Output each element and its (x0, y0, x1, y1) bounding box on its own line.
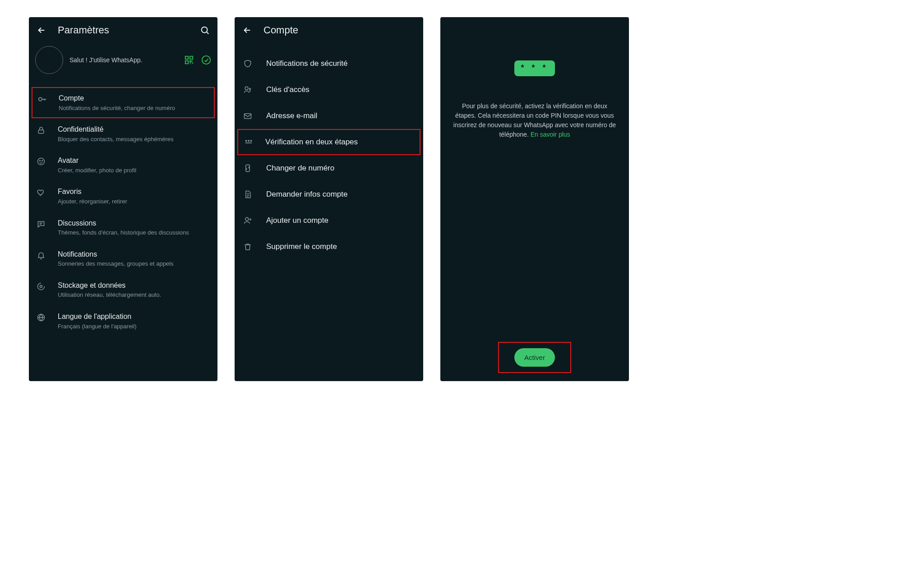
item-title: Demander infos compte (266, 190, 347, 199)
data-usage-icon (36, 281, 46, 291)
document-icon (243, 189, 253, 199)
pin-illustration: * * * (440, 17, 629, 76)
account-item-security-notifications[interactable]: Notifications de sécurité (235, 51, 423, 77)
settings-item-langue[interactable]: Langue de l'application Français (langue… (29, 305, 217, 336)
svg-point-5 (39, 97, 42, 101)
account-item-request-info[interactable]: Demander infos compte (235, 181, 423, 207)
trash-icon (243, 242, 253, 252)
avatar (35, 46, 63, 74)
item-title: Confidentialité (58, 124, 174, 134)
profile-row[interactable]: Salut ! J'utilise WhatsApp. (29, 42, 217, 84)
svg-point-20 (245, 217, 249, 221)
search-icon[interactable] (199, 25, 210, 36)
back-icon[interactable] (36, 25, 47, 36)
bottom-bar: Activer (440, 342, 629, 373)
back-icon[interactable] (242, 25, 253, 36)
svg-point-14 (249, 88, 250, 90)
item-title: Adresse e-mail (266, 111, 317, 120)
svg-rect-1 (185, 56, 188, 59)
account-item-email[interactable]: Adresse e-mail (235, 103, 423, 129)
svg-point-7 (38, 158, 45, 165)
svg-rect-3 (185, 61, 188, 64)
item-title: Ajouter un compte (266, 216, 328, 225)
lock-icon (36, 125, 46, 135)
item-sub: Sonneries des messages, groupes et appel… (58, 260, 174, 268)
svg-point-16 (245, 140, 246, 141)
svg-point-18 (250, 140, 251, 141)
item-sub: Thèmes, fonds d'écran, historique des di… (58, 229, 189, 237)
topbar: Paramètres (29, 17, 217, 42)
item-title: Changer de numéro (266, 164, 334, 173)
profile-actions (184, 55, 211, 65)
settings-item-confidentialite[interactable]: Confidentialité Bloquer des contacts, me… (29, 118, 217, 149)
item-title: Compte (59, 93, 175, 103)
item-title: Vérification en deux étapes (265, 138, 358, 147)
svg-point-4 (202, 56, 210, 64)
item-sub: Ajouter, réorganiser, retirer (58, 198, 127, 206)
svg-point-10 (38, 283, 45, 290)
svg-rect-19 (246, 165, 249, 172)
key-icon (37, 94, 47, 104)
globe-icon (36, 313, 46, 322)
activate-highlight: Activer (498, 342, 571, 373)
settings-item-compte[interactable]: Compte Notifications de sécurité, change… (32, 87, 215, 118)
chat-icon (36, 219, 46, 229)
item-title: Notifications (58, 249, 174, 259)
account-item-passkeys[interactable]: Clés d'accès (235, 77, 423, 103)
item-title: Stockage et données (58, 281, 161, 290)
two-step-description: Pour plus de sécurité, activez la vérifi… (440, 76, 629, 139)
person-add-icon (243, 216, 253, 226)
svg-rect-2 (190, 56, 193, 59)
heart-icon (36, 188, 46, 198)
item-title: Discussions (58, 218, 189, 228)
pin-badge: * * * (514, 60, 554, 76)
mail-icon (243, 111, 253, 121)
page-title: Paramètres (58, 24, 109, 36)
svg-point-0 (202, 27, 208, 33)
learn-more-link[interactable]: En savoir plus (531, 131, 570, 138)
pin-icon (244, 137, 254, 147)
svg-point-9 (42, 161, 43, 161)
circle-check-icon[interactable] (201, 55, 211, 65)
account-item-add-account[interactable]: Ajouter un compte (235, 207, 423, 234)
settings-item-discussions[interactable]: Discussions Thèmes, fonds d'écran, histo… (29, 212, 217, 243)
item-title: Supprimer le compte (266, 242, 337, 251)
item-title: Avatar (58, 156, 136, 166)
item-sub: Créer, modifier, photo de profil (58, 166, 136, 175)
svg-rect-6 (38, 130, 44, 134)
item-sub: Bloquer des contacts, messages éphémères (58, 135, 174, 143)
screen-settings: Paramètres Salut ! J'utilise WhatsApp. C… (29, 17, 217, 381)
face-icon (36, 157, 46, 166)
screen-two-step: * * * Pour plus de sécurité, activez la … (440, 17, 629, 381)
svg-point-8 (40, 161, 41, 161)
qr-icon[interactable] (184, 55, 194, 65)
item-title: Favoris (58, 187, 127, 197)
item-title: Notifications de sécurité (266, 59, 347, 68)
settings-item-notifications[interactable]: Notifications Sonneries des messages, gr… (29, 243, 217, 274)
screen-account: Compte Notifications de sécurité Clés d'… (235, 17, 423, 381)
account-list: Notifications de sécurité Clés d'accès A… (235, 42, 423, 262)
item-sub: Utilisation réseau, téléchargement auto. (58, 291, 161, 299)
item-sub: Notifications de sécurité, changer de nu… (59, 104, 175, 112)
item-title: Clés d'accès (266, 85, 310, 94)
page-title: Compte (263, 24, 298, 36)
shield-icon (243, 59, 253, 69)
account-item-two-step[interactable]: Vérification en deux étapes (237, 129, 420, 155)
phone-swap-icon (243, 163, 253, 173)
item-title: Langue de l'application (58, 312, 136, 322)
svg-point-13 (245, 87, 248, 90)
settings-item-favoris[interactable]: Favoris Ajouter, réorganiser, retirer (29, 180, 217, 212)
profile-status-label: Salut ! J'utilise WhatsApp. (69, 56, 178, 64)
bell-icon (36, 250, 46, 260)
account-item-delete-account[interactable]: Supprimer le compte (235, 234, 423, 260)
svg-point-17 (248, 140, 249, 141)
activate-button[interactable]: Activer (514, 348, 555, 367)
settings-item-avatar[interactable]: Avatar Créer, modifier, photo de profil (29, 149, 217, 180)
item-sub: Français (langue de l'appareil) (58, 322, 136, 331)
svg-point-11 (40, 285, 42, 287)
settings-item-stockage[interactable]: Stockage et données Utilisation réseau, … (29, 274, 217, 305)
topbar: Compte (235, 17, 423, 42)
passkey-icon (243, 85, 253, 95)
account-item-change-number[interactable]: Changer de numéro (235, 155, 423, 181)
svg-rect-15 (245, 114, 251, 119)
